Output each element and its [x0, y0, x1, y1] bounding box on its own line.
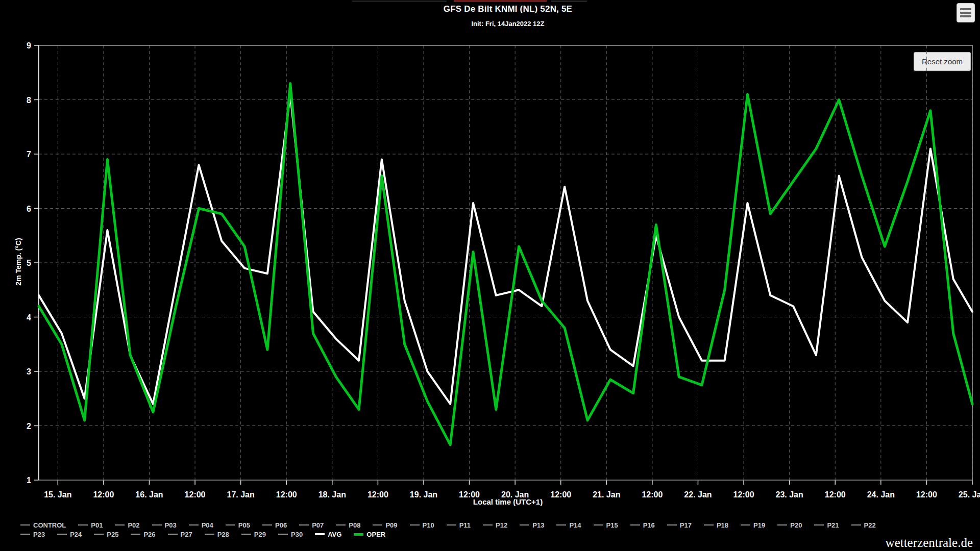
legend-item-p08[interactable]: P08 [336, 521, 360, 529]
chart-page: GFS De Bilt KNMI (NL) 52N, 5E Init: Fri,… [0, 0, 980, 551]
legend-item-label: P30 [291, 531, 303, 538]
legend-item-p13[interactable]: P13 [520, 521, 544, 529]
legend-line-swatch [78, 524, 88, 525]
legend-line-swatch [483, 524, 493, 525]
legend-item-p27[interactable]: P27 [168, 531, 192, 538]
y-axis-title: 2m Temp. (°C) [14, 221, 22, 303]
legend-item-label: P27 [181, 531, 192, 538]
legend-item-p04[interactable]: P04 [189, 521, 213, 529]
legend-item-p10[interactable]: P10 [410, 521, 434, 529]
legend-item-label: CONTROL [33, 521, 66, 529]
legend-item-label: P17 [680, 521, 692, 529]
y-tick-label: 3 [27, 367, 31, 376]
legend-item-p09[interactable]: P09 [373, 521, 397, 529]
legend-item-p05[interactable]: P05 [226, 521, 250, 529]
legend-item-control[interactable]: CONTROL [20, 521, 66, 529]
legend-line-swatch [315, 533, 325, 535]
legend-line-swatch [520, 524, 529, 525]
legend-item-p22[interactable]: P22 [851, 521, 876, 529]
legend-line-swatch [704, 524, 714, 525]
legend-item-label: P15 [606, 521, 618, 529]
legend-item-p16[interactable]: P16 [630, 521, 655, 529]
watermark: wetterzentrale.de [886, 536, 973, 550]
legend-line-swatch [594, 524, 603, 525]
legend-item-label: P16 [643, 521, 655, 529]
legend-row: P23P24P25P26P27P28P29P30AVGOPER [20, 530, 975, 539]
legend-item-label: P04 [202, 521, 213, 529]
legend-item-label: P29 [254, 531, 266, 538]
legend-item-p25[interactable]: P25 [94, 531, 118, 538]
legend-item-label: P28 [217, 531, 229, 538]
series-line-avg [39, 94, 972, 404]
legend-line-swatch [115, 524, 125, 525]
legend-item-p18[interactable]: P18 [704, 521, 728, 529]
legend-item-label: OPER [366, 531, 385, 538]
legend-line-swatch [336, 524, 346, 525]
legend-item-p01[interactable]: P01 [78, 521, 103, 529]
legend-line-swatch [741, 524, 750, 525]
legend-line-swatch [447, 524, 456, 525]
legend-item-p11[interactable]: P11 [447, 521, 471, 529]
legend-item-p26[interactable]: P26 [131, 531, 155, 538]
legend-item-p12[interactable]: P12 [483, 521, 507, 529]
y-tick-label: 6 [27, 205, 31, 213]
legend-item-label: P11 [459, 521, 471, 529]
y-tick-label: 1 [27, 476, 31, 485]
legend-line-swatch [556, 524, 566, 525]
legend-item-p21[interactable]: P21 [814, 521, 839, 529]
legend-item-p17[interactable]: P17 [667, 521, 692, 529]
legend-item-label: P23 [33, 531, 45, 538]
legend-item-oper[interactable]: OPER [354, 531, 385, 538]
legend-line-swatch [278, 534, 288, 535]
legend-item-label: P01 [91, 521, 103, 529]
legend-line-swatch [168, 534, 178, 535]
legend-item-p23[interactable]: P23 [20, 531, 45, 538]
legend-line-swatch [226, 524, 235, 525]
legend-item-label: P09 [385, 521, 397, 529]
legend-item-p29[interactable]: P29 [241, 531, 266, 538]
legend-item-avg[interactable]: AVG [315, 531, 341, 538]
x-axis-title: Local time (UTC+1) [36, 497, 980, 506]
legend-item-p14[interactable]: P14 [556, 521, 581, 529]
legend-item-label: P02 [128, 521, 139, 529]
legend-item-p02[interactable]: P02 [115, 521, 139, 529]
legend-item-p19[interactable]: P19 [741, 521, 765, 529]
legend-line-swatch [354, 533, 363, 536]
legend-item-p24[interactable]: P24 [57, 531, 82, 538]
legend-item-p28[interactable]: P28 [205, 531, 229, 538]
legend-item-label: P24 [70, 531, 82, 538]
legend-item-label: P18 [717, 521, 728, 529]
legend-line-swatch [373, 524, 382, 525]
legend-item-label: P20 [790, 521, 802, 529]
temperature-ensemble-chart: 15. Jan12:0016. Jan12:0017. Jan12:0018. … [0, 0, 980, 515]
legend-item-label: P19 [753, 521, 765, 529]
legend-line-swatch [57, 534, 67, 535]
legend-item-p03[interactable]: P03 [152, 521, 177, 529]
legend-item-label: P21 [827, 521, 839, 529]
legend-item-label: P13 [532, 521, 544, 529]
legend-item-p06[interactable]: P06 [262, 521, 287, 529]
y-tick-label: 7 [27, 150, 31, 159]
legend-line-swatch [410, 524, 420, 525]
legend-item-p15[interactable]: P15 [594, 521, 618, 529]
legend-item-label: P12 [496, 521, 507, 529]
legend-item-label: AVG [328, 531, 341, 538]
legend-item-p20[interactable]: P20 [777, 521, 802, 529]
y-tick-label: 4 [27, 313, 31, 322]
legend-line-swatch [262, 524, 272, 525]
legend-item-label: P07 [312, 521, 324, 529]
legend-item-label: P03 [165, 521, 177, 529]
legend-item-label: P22 [864, 521, 876, 529]
y-tick-label: 2 [27, 422, 31, 431]
legend-line-swatch [667, 524, 677, 525]
y-tick-label: 8 [27, 96, 31, 105]
legend-line-swatch [152, 524, 162, 525]
legend-line-swatch [814, 524, 824, 525]
legend-item-p07[interactable]: P07 [299, 521, 324, 529]
legend-line-swatch [131, 534, 140, 535]
legend-item-label: P05 [238, 521, 250, 529]
legend-item-label: P14 [569, 521, 581, 529]
legend-item-label: P08 [349, 521, 360, 529]
legend-line-swatch [20, 534, 30, 535]
legend-item-p30[interactable]: P30 [278, 531, 303, 538]
